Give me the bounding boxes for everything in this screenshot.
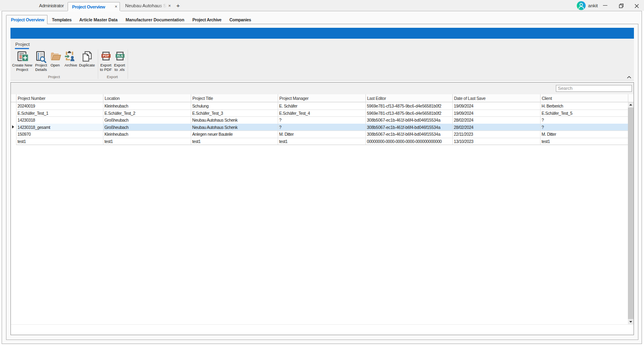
svg-text:XLS: XLS (117, 54, 123, 58)
svg-text:PDF: PDF (103, 54, 109, 58)
